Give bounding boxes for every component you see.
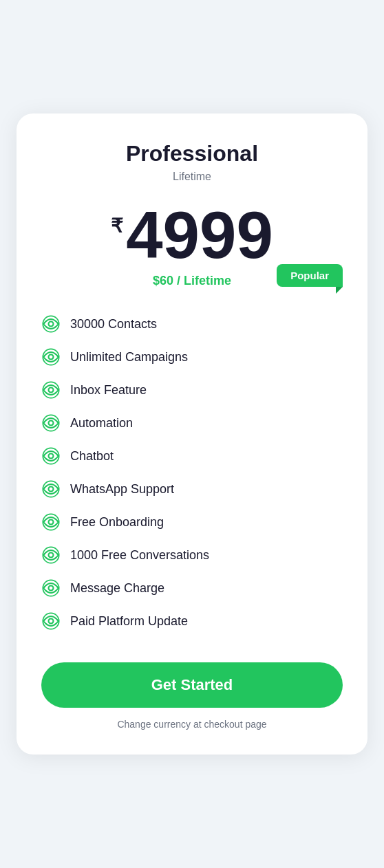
get-started-button[interactable]: Get Started bbox=[41, 662, 343, 708]
feature-text-chatbot: Chatbot bbox=[70, 449, 114, 464]
feature-text-message: Message Charge bbox=[70, 581, 164, 596]
eye-icon-campaigns bbox=[41, 347, 61, 367]
svg-point-16 bbox=[43, 580, 58, 596]
svg-point-18 bbox=[43, 613, 58, 629]
eye-icon-inbox bbox=[41, 380, 61, 400]
eye-icon-platform bbox=[41, 611, 61, 631]
svg-point-8 bbox=[43, 448, 58, 464]
svg-point-13 bbox=[49, 520, 54, 525]
price-amount: 4999 bbox=[126, 202, 273, 268]
feature-text-contacts: 30000 Contacts bbox=[70, 317, 157, 332]
features-list: 30000 Contacts Unlimited Campaigns Inbox… bbox=[41, 307, 343, 638]
feature-item-contacts: 30000 Contacts bbox=[41, 307, 343, 340]
eye-icon-contacts bbox=[41, 314, 61, 334]
feature-item-inbox: Inbox Feature bbox=[41, 373, 343, 406]
svg-point-10 bbox=[43, 481, 58, 497]
svg-point-11 bbox=[49, 487, 54, 492]
svg-point-2 bbox=[43, 349, 58, 365]
price-block: ₹ 4999 bbox=[41, 202, 343, 268]
eye-icon-message bbox=[41, 578, 61, 598]
footer-note: Change currency at checkout page bbox=[41, 719, 343, 730]
feature-item-message: Message Charge bbox=[41, 572, 343, 605]
eye-icon-onboarding bbox=[41, 512, 61, 532]
svg-point-14 bbox=[43, 547, 58, 563]
feature-text-automation: Automation bbox=[70, 416, 133, 431]
feature-item-campaigns: Unlimited Campaigns bbox=[41, 340, 343, 373]
plan-subtitle: Lifetime bbox=[41, 171, 343, 183]
pricing-card: Professional Lifetime ₹ 4999 $60 / Lifet… bbox=[17, 113, 367, 755]
svg-point-9 bbox=[49, 454, 54, 459]
eye-icon-conversations bbox=[41, 545, 61, 565]
svg-point-17 bbox=[49, 586, 54, 591]
feature-text-inbox: Inbox Feature bbox=[70, 383, 147, 398]
eye-icon-automation bbox=[41, 413, 61, 433]
svg-point-0 bbox=[43, 316, 58, 332]
popular-badge: Popular bbox=[277, 264, 343, 287]
feature-item-platform: Paid Platform Update bbox=[41, 605, 343, 638]
feature-item-whatsapp: WhatsApp Support bbox=[41, 473, 343, 506]
feature-text-campaigns: Unlimited Campaigns bbox=[70, 350, 188, 365]
svg-point-15 bbox=[49, 553, 54, 558]
svg-point-3 bbox=[49, 355, 54, 360]
feature-item-chatbot: Chatbot bbox=[41, 440, 343, 473]
feature-text-platform: Paid Platform Update bbox=[70, 614, 188, 629]
svg-point-1 bbox=[49, 322, 54, 327]
eye-icon-chatbot bbox=[41, 446, 61, 466]
feature-text-onboarding: Free Onboarding bbox=[70, 515, 164, 530]
svg-point-7 bbox=[49, 421, 54, 426]
svg-point-5 bbox=[49, 388, 54, 393]
svg-point-6 bbox=[43, 415, 58, 431]
svg-point-19 bbox=[49, 619, 54, 624]
price-usd-block: $60 / Lifetime Popular bbox=[41, 274, 343, 288]
svg-point-12 bbox=[43, 514, 58, 530]
feature-text-whatsapp: WhatsApp Support bbox=[70, 482, 174, 497]
svg-point-4 bbox=[43, 382, 58, 398]
feature-item-conversations: 1000 Free Conversations bbox=[41, 539, 343, 572]
eye-icon-whatsapp bbox=[41, 479, 61, 499]
feature-item-onboarding: Free Onboarding bbox=[41, 506, 343, 539]
currency-symbol: ₹ bbox=[111, 215, 123, 237]
feature-item-automation: Automation bbox=[41, 406, 343, 440]
price-usd-label: $60 / Lifetime bbox=[153, 274, 231, 287]
feature-text-conversations: 1000 Free Conversations bbox=[70, 548, 209, 563]
plan-title: Professional bbox=[41, 141, 343, 166]
